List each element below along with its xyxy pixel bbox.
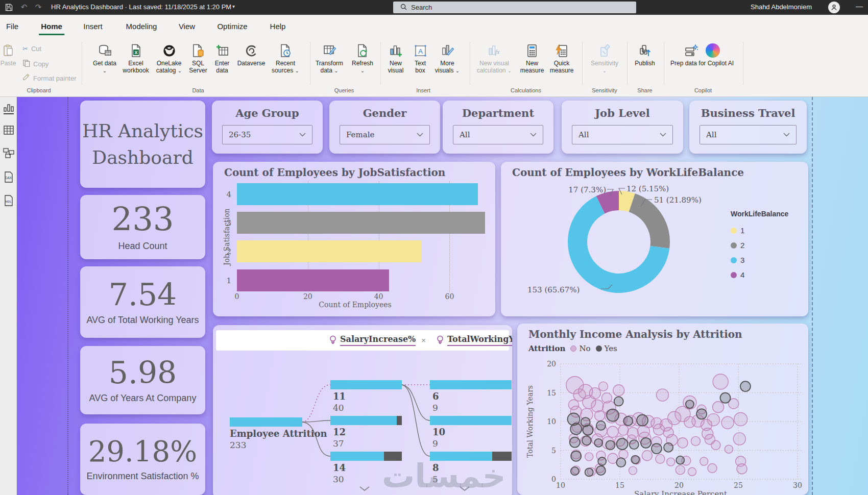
undo-icon[interactable]: ↶ [19, 3, 29, 12]
scatter-bubble-yes[interactable] [607, 409, 619, 422]
scatter-bubble-no[interactable] [713, 374, 728, 389]
account-name[interactable]: Shahd Abdelmoniem [751, 3, 812, 11]
slicer-dropdown-age-group[interactable]: 26-35 [222, 125, 312, 144]
bar-jobsatisfaction-4[interactable] [237, 183, 478, 205]
scatter-bubble-no[interactable] [737, 464, 747, 474]
kpi-years-at-company[interactable]: 5.98 AVG of Years At Company [80, 346, 205, 414]
scatter-bubble-no[interactable] [691, 436, 701, 445]
scatter-bubble-yes[interactable] [617, 438, 628, 450]
scatter-bubble-yes[interactable] [630, 440, 639, 449]
legend-item[interactable]: 4 [731, 267, 788, 282]
legend-item[interactable]: 3 [731, 253, 788, 267]
scatter-bubble-no[interactable] [734, 413, 748, 426]
scatter-bubble-yes[interactable] [740, 381, 751, 391]
bar-jobsatisfaction-2[interactable] [237, 240, 421, 262]
scatter-bubble-no[interactable] [607, 426, 618, 437]
redo-icon[interactable]: ↷ [34, 3, 43, 12]
kpi-environment-satisfaction[interactable]: 29.18% Environment Satisfaction % [80, 424, 205, 495]
scatter-bubble-yes[interactable] [598, 457, 606, 465]
menu-home[interactable]: Home [41, 22, 62, 31]
scatter-bubble-yes[interactable] [676, 456, 684, 464]
dashboard-title-card[interactable]: HR Analytics Dashboard [80, 101, 205, 188]
menu-insert[interactable]: Insert [83, 22, 103, 31]
scatter-bubble-yes[interactable] [631, 456, 639, 464]
scatter-bubble-no[interactable] [713, 402, 724, 413]
minimize-button[interactable]: — [856, 2, 863, 10]
scatter-bubble-yes[interactable] [637, 415, 648, 426]
dataverse-button[interactable]: Dataverse [234, 43, 268, 67]
scatter-bubble-no[interactable] [595, 411, 605, 421]
scatter-bubble-yes[interactable] [641, 438, 651, 448]
menu-optimize[interactable]: Optimize [217, 22, 247, 31]
tree-l2-bar-10[interactable] [430, 416, 512, 425]
scatter-bubble-yes[interactable] [614, 397, 623, 406]
publish-button[interactable]: Publish [632, 43, 658, 67]
table-view-icon[interactable] [3, 126, 14, 137]
scatter-bubble-no[interactable] [721, 416, 734, 429]
prep-data-copilot-button[interactable]: Prep data for Copilot AI [669, 43, 735, 67]
search-input[interactable]: Search [393, 2, 636, 13]
scatter-bubble-yes[interactable] [596, 421, 606, 430]
scatter-bubble-no[interactable] [602, 393, 612, 403]
scatter-bubble-yes[interactable] [596, 466, 606, 475]
scatter-bubble-yes[interactable] [583, 425, 593, 435]
scatter-bubble-no[interactable] [676, 465, 685, 475]
scatter-bubble-no[interactable] [629, 466, 637, 475]
transform-data-button[interactable]: Transform data ⌄ [310, 43, 348, 75]
slicer-dropdown-department[interactable]: All [453, 125, 543, 144]
scatter-bubble-yes[interactable] [606, 440, 615, 450]
scatter-bubble-yes[interactable] [664, 443, 673, 452]
sensitivity-button[interactable]: Sensitivity⌄ [587, 43, 622, 75]
scatter-bubble-no[interactable] [585, 453, 593, 461]
menu-file[interactable]: File [6, 22, 18, 31]
scatter-bubble-no[interactable] [678, 438, 688, 448]
scatter-bubble-no[interactable] [700, 457, 708, 465]
legend-item[interactable]: 1 [731, 223, 788, 238]
scatter-bubble-yes[interactable] [616, 458, 625, 467]
tmdl-view-icon[interactable]: MDL [3, 195, 14, 207]
scatter-bubble-no[interactable] [733, 433, 745, 445]
dax-query-view-icon[interactable]: DAX [3, 171, 14, 183]
tree-root-bar[interactable] [230, 417, 302, 427]
scatter-bubble-yes[interactable] [720, 393, 731, 403]
scatter-bubble-yes[interactable] [570, 424, 582, 435]
refresh-button[interactable]: Refresh⌄ [348, 43, 377, 75]
recent-sources-button[interactable]: Recent sources ⌄ [270, 43, 301, 75]
quick-measure-button[interactable]: Quick measure [546, 43, 577, 75]
scatter-bubble-no[interactable] [642, 451, 652, 461]
kpi-total-working-years[interactable]: 7.54 AVG of Total Working Years [80, 266, 205, 338]
scatter-bubble-no[interactable] [599, 382, 608, 391]
sql-server-button[interactable]: SQL Server [184, 43, 212, 75]
menu-view[interactable]: View [179, 22, 195, 31]
scatter-bubble-yes[interactable] [571, 467, 579, 475]
copy-button[interactable]: Copy [22, 59, 49, 68]
more-visuals-button[interactable]: More visuals ⌄ [432, 43, 462, 75]
kpi-head-count[interactable]: 233 Head Count [80, 195, 205, 259]
scatter-bubble-yes[interactable] [696, 409, 707, 419]
slicer-dropdown-gender[interactable]: Female [340, 125, 430, 144]
enter-data-button[interactable]: Enter data [210, 43, 234, 75]
scatter-bubble-no[interactable] [688, 467, 696, 476]
paste-button[interactable]: Paste [0, 43, 19, 67]
scatter-bubble-no[interactable] [591, 400, 604, 412]
scatter-bubble-no[interactable] [654, 424, 665, 435]
scatter-bubble-yes[interactable] [582, 436, 591, 445]
title-dropdown-caret[interactable]: ▾ [232, 4, 235, 9]
scatter-bubble-yes[interactable] [652, 443, 662, 454]
model-view-icon[interactable] [3, 148, 14, 160]
scatter-bubble-yes[interactable] [686, 400, 694, 408]
scatter-bubble-no[interactable] [702, 428, 713, 439]
legend-item[interactable]: 2 [731, 238, 788, 253]
new-visual-calculation-button[interactable]: fx New visual calculation ⌄ [473, 43, 516, 75]
scatter-bubble-no[interactable] [667, 458, 675, 466]
text-box-button[interactable]: A Text box [409, 43, 431, 75]
menu-modeling[interactable]: Modeling [126, 22, 157, 31]
tree-l1-bar-11[interactable] [330, 380, 402, 389]
get-data-button[interactable]: Get data ⌄ [91, 43, 118, 75]
new-visual-button[interactable]: New visual [383, 43, 408, 75]
scatter-bubble-no[interactable] [708, 464, 717, 473]
scatter-bubble-yes[interactable] [623, 416, 633, 426]
scatter-bubble-yes[interactable] [585, 468, 593, 476]
slicer-dropdown-business-travel[interactable]: All [700, 125, 797, 144]
scatter-bubble-yes[interactable] [570, 437, 580, 448]
